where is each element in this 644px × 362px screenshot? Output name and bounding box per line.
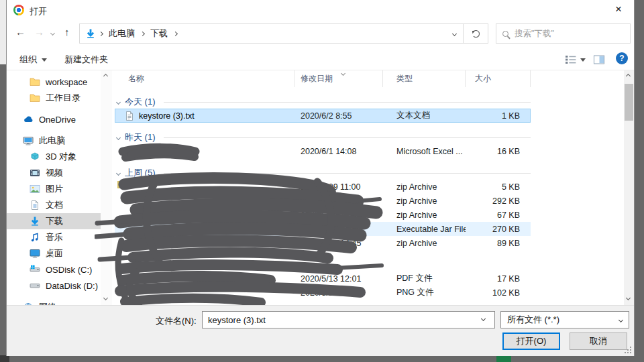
sidebar-item-desktop[interactable]: 桌面 [7,245,101,261]
table-row[interactable]: 2020/5/13 12:01PDF 文件17 KB [115,272,531,286]
folder-icon [30,93,40,103]
group-header[interactable]: 上周 (5) [115,166,531,180]
scroll-down-icon[interactable] [103,296,108,300]
search-box[interactable] [496,23,631,44]
breadcrumb-downloads[interactable]: 下载 [148,27,170,40]
group-divider [164,102,531,103]
refresh-icon [472,30,480,38]
resize-grip[interactable] [624,346,631,353]
column-header-date[interactable]: 修改日期 [294,70,383,87]
hidden-group-spacer [115,250,624,272]
downloads-folder-icon [85,28,96,39]
filename-label: 文件名(N): [156,315,197,327]
file-name-cell [115,274,294,284]
list-scrollbar[interactable] [624,70,634,305]
excel-icon [124,146,135,157]
column-header-type[interactable]: 类型 [383,70,466,87]
download-icon [30,216,40,227]
preview-pane-icon [594,54,604,65]
scroll-up-icon[interactable] [103,74,108,78]
table-row[interactable]: 2020/5/29 10:40zip Archive67 KB [115,208,531,222]
file-type: 文本文档 [383,110,466,121]
group-collapse-chevron-icon[interactable] [116,99,121,104]
table-row[interactable]: 2020/5/29 11:00zip Archive5 KB [115,180,531,194]
title-bar: 打开 × [7,0,634,20]
file-size: 1 KB [466,111,531,121]
sidebar-item-work-dir[interactable]: 工作目录 [7,90,101,106]
address-dropdown-chevron-icon[interactable] [452,32,457,36]
drive-os-icon [30,264,40,275]
group-header[interactable]: 昨天 (1) [115,131,531,144]
refresh-button[interactable] [464,23,488,44]
sidebar-item-datadisk-d[interactable]: DataDisk (D:) [7,278,101,294]
organize-button[interactable]: 组织 [19,54,47,66]
file-name-cell [115,196,294,206]
sidebar-item-music[interactable]: 音乐 [7,229,101,245]
scroll-up-icon[interactable] [626,74,631,78]
search-icon [502,31,508,37]
onedrive-icon [23,114,34,125]
sidebar-item-osdisk-c[interactable]: OSDisk (C:) [7,261,101,278]
table-row[interactable]: keystore (3).txt2020/6/2 8:55文本文档1 KB [115,109,531,123]
file-type: PDF 文件 [383,273,466,284]
file-type: zip Archive [383,196,466,206]
sidebar-item-label: 3D 对象 [46,151,76,163]
sidebar-item-label: 桌面 [46,247,63,259]
close-icon[interactable]: × [611,3,626,16]
group-collapse-chevron-icon[interactable] [116,170,121,175]
column-header-name[interactable]: 名称 [115,70,294,87]
open-button[interactable]: 打开(O) [502,333,560,350]
file-date: 2020/5/29 11:00 [294,182,383,192]
computer-icon [23,135,34,146]
sidebar-item-pictures[interactable]: 图片 [7,181,101,197]
file-date: 2020/5/29 10:48 [294,196,383,206]
recent-locations-chevron-icon[interactable] [50,31,55,36]
back-icon[interactable]: ← [15,27,25,38]
table-row[interactable]: 2020/6/1 14:08Microsoft Excel ...16 KB [115,144,531,158]
chrome-icon [13,5,24,15]
sidebar-item-documents[interactable]: 文档 [7,197,101,213]
file-date: 2020/5/26 14:57 [294,225,383,234]
sidebar-item-videos[interactable]: 视频 [7,165,101,181]
preview-pane-button[interactable] [594,54,604,68]
dropdown-caret-icon [42,58,47,62]
group-header[interactable]: 今天 (1) [115,95,531,109]
new-folder-button[interactable]: 新建文件夹 [64,54,108,66]
up-icon[interactable]: ↑ [64,27,70,38]
sidebar-item-label: 图片 [46,183,63,195]
filename-input[interactable] [202,311,495,328]
file-size: 270 KB [466,225,531,234]
view-mode-button[interactable] [566,54,586,65]
column-header-size[interactable]: 大小 [466,70,531,87]
sidebar-item-onedrive[interactable]: OneDrive [7,111,101,127]
scrollbar-thumb[interactable] [625,84,633,121]
table-row[interactable]: 2020/5/29 10:48zip Archive292 KB [115,194,531,208]
group-collapse-chevron-icon[interactable] [116,135,121,139]
sidebar-item-downloads[interactable]: 下载 [7,213,101,229]
navigation-bar: ← → ↑ 此电脑 下载 [7,20,634,48]
file-type: zip Archive [383,182,466,192]
sidebar-item-3d-objects[interactable]: 3D 对象 [7,149,101,165]
table-row[interactable]: 2020/5/13 12:01PNG 文件102 KB [115,286,531,300]
help-button[interactable]: ? [616,52,628,64]
background-window-edge [0,0,6,64]
blank-icon [124,196,135,206]
drive-icon [30,280,40,291]
cancel-button[interactable]: 取消 [570,333,627,350]
sidebar-scrollbar[interactable] [101,70,112,305]
filetype-select[interactable]: 所有文件 (*.*) [500,311,629,328]
sidebar-item-label: 文档 [46,199,63,211]
blank-icon [124,274,135,284]
scroll-down-icon[interactable] [626,296,631,300]
table-row[interactable]: 2020/5/26 14:45zip Archive89 KB [115,236,531,250]
group-label: 昨天 (1) [125,131,156,143]
address-bar[interactable]: 此电脑 下载 [79,23,464,44]
breadcrumb-this-pc[interactable]: 此电脑 [106,27,138,40]
table-row[interactable]: 2020/5/26 14:57Executable Jar File270 KB [115,222,531,236]
sidebar-item-this-pc[interactable]: 此电脑 [7,133,101,149]
file-date: 2020/5/13 12:01 [294,288,383,298]
file-name-cell [115,210,294,221]
search-input[interactable] [515,29,624,38]
sidebar-item-network[interactable]: 网络 [7,299,101,305]
sidebar-item-workspace[interactable]: workspace [7,74,101,90]
